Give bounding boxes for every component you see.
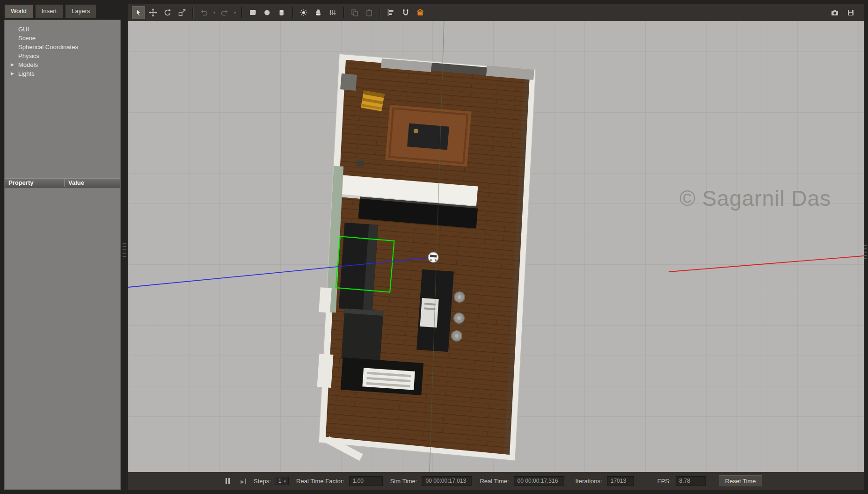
building-editor-button[interactable] xyxy=(414,6,427,19)
lower-cabinet[interactable] xyxy=(341,308,383,361)
bottom-counter[interactable] xyxy=(341,357,423,395)
main-area: © Sagarnil Das Steps: 1 Real Time Factor… xyxy=(128,4,864,490)
align-button[interactable] xyxy=(385,6,398,19)
real-time-label: Real Time: xyxy=(480,478,509,485)
insert-box-button[interactable] xyxy=(246,6,259,19)
camera-icon xyxy=(831,8,839,17)
magnet-icon xyxy=(401,8,410,17)
paste-button[interactable] xyxy=(363,6,376,19)
data-logger-button[interactable] xyxy=(844,6,857,19)
save-log-icon xyxy=(846,8,855,17)
tree-item-models[interactable]: Models xyxy=(5,60,120,69)
sim-time-label: Sim Time: xyxy=(390,478,417,485)
copy-icon xyxy=(350,8,359,17)
undo-button[interactable] xyxy=(197,6,211,19)
table-object xyxy=(414,129,418,133)
property-table-header: Property Value xyxy=(5,178,120,188)
tree-item-gui[interactable]: GUI xyxy=(5,25,120,34)
tree-item-physics[interactable]: Physics xyxy=(5,51,120,60)
box-icon xyxy=(248,8,257,17)
value-column-header: Value xyxy=(65,179,84,187)
select-arrow-icon xyxy=(134,8,143,17)
rtf-label: Real Time Factor: xyxy=(296,478,344,485)
toolbar-separator xyxy=(241,7,242,18)
expand-caret-icon[interactable] xyxy=(11,69,14,78)
step-button[interactable] xyxy=(238,475,249,487)
paste-icon xyxy=(365,8,373,17)
point-light-button[interactable] xyxy=(297,6,310,19)
doorway xyxy=(340,73,357,91)
screenshot-button[interactable] xyxy=(828,6,841,19)
spin-caret-icon[interactable] xyxy=(284,478,286,484)
fps-label: FPS: xyxy=(657,478,671,485)
redo-dropdown-caret-icon[interactable] xyxy=(233,10,237,15)
scale-tool-button[interactable] xyxy=(175,6,189,19)
kitchen-cabinets[interactable] xyxy=(339,223,379,311)
rotate-tool-button[interactable] xyxy=(161,6,174,19)
snap-button[interactable] xyxy=(399,6,412,19)
world-panel: GUI Scene Spherical Coordinates Physics … xyxy=(4,20,121,490)
toolbar-separator xyxy=(292,7,293,18)
insert-sphere-button[interactable] xyxy=(261,6,274,19)
spot-light-button[interactable] xyxy=(312,6,325,19)
scale-icon xyxy=(178,8,186,17)
render-viewport[interactable]: © Sagarnil Das xyxy=(128,21,864,472)
panel-splitter-handle[interactable] xyxy=(123,243,126,257)
property-column-header: Property xyxy=(5,179,65,187)
scene-3d-view[interactable] xyxy=(128,21,864,472)
cylinder-icon xyxy=(277,8,286,17)
tree-item-label: Models xyxy=(18,61,38,68)
gazebo-window: World Insert Layers GUI Scene Spherical … xyxy=(0,0,868,494)
robot-model[interactable] xyxy=(428,252,438,262)
align-icon xyxy=(387,8,395,17)
iterations-value: 17013 xyxy=(607,476,634,486)
tree-item-label: Lights xyxy=(18,70,35,77)
tree-item-scene[interactable]: Scene xyxy=(5,34,120,43)
spotlight-icon xyxy=(314,8,322,17)
left-panel-area: World Insert Layers GUI Scene Spherical … xyxy=(4,4,121,490)
coffee-table[interactable] xyxy=(407,123,449,150)
iterations-label: Iterations: xyxy=(576,478,602,485)
undo-icon xyxy=(200,8,208,17)
right-splitter-handle[interactable] xyxy=(864,245,867,259)
tab-insert[interactable]: Insert xyxy=(35,4,64,19)
toolbar-right-group xyxy=(828,6,857,19)
rotate-icon xyxy=(163,8,172,17)
undo-dropdown-caret-icon[interactable] xyxy=(212,10,217,15)
kitchen-island[interactable] xyxy=(416,269,454,352)
translate-icon xyxy=(149,8,157,17)
fps-value: 8.78 xyxy=(676,476,706,486)
steps-spinbox[interactable]: 1 xyxy=(276,477,289,485)
tab-world[interactable]: World xyxy=(4,4,33,19)
step-icon xyxy=(241,478,244,485)
sphere-icon xyxy=(263,8,271,17)
tab-layers[interactable]: Layers xyxy=(65,4,96,19)
pause-icon xyxy=(226,478,230,484)
sim-time-value: 00 00:00:17,013 xyxy=(422,476,472,486)
translate-tool-button[interactable] xyxy=(146,6,160,19)
panel-tabs: World Insert Layers xyxy=(4,4,121,19)
pause-button[interactable] xyxy=(222,475,233,487)
step-icon-bar xyxy=(245,479,246,484)
rtf-value: 1.00 xyxy=(349,476,383,486)
toolbar-separator xyxy=(343,7,344,18)
yellow-chair[interactable] xyxy=(361,90,385,111)
steps-label: Steps: xyxy=(254,478,271,485)
directional-light-button[interactable] xyxy=(326,6,339,19)
building-editor-icon xyxy=(416,8,424,17)
house-model[interactable] xyxy=(317,54,536,461)
redo-icon xyxy=(220,8,229,17)
simulation-statusbar: Steps: 1 Real Time Factor: 1.00 Sim Time… xyxy=(128,472,864,490)
wall-fragment xyxy=(317,354,334,388)
directional-light-icon xyxy=(328,8,337,17)
expand-caret-icon[interactable] xyxy=(11,60,14,69)
redo-button[interactable] xyxy=(218,6,231,19)
select-tool-button[interactable] xyxy=(132,6,145,19)
copy-button[interactable] xyxy=(348,6,361,19)
reset-time-button[interactable]: Reset Time xyxy=(719,475,763,487)
toolbar-separator xyxy=(379,7,381,18)
tree-item-lights[interactable]: Lights xyxy=(5,69,120,78)
insert-cylinder-button[interactable] xyxy=(275,6,288,19)
toolbar-separator xyxy=(192,7,194,18)
tree-item-spherical-coordinates[interactable]: Spherical Coordinates xyxy=(5,43,120,51)
